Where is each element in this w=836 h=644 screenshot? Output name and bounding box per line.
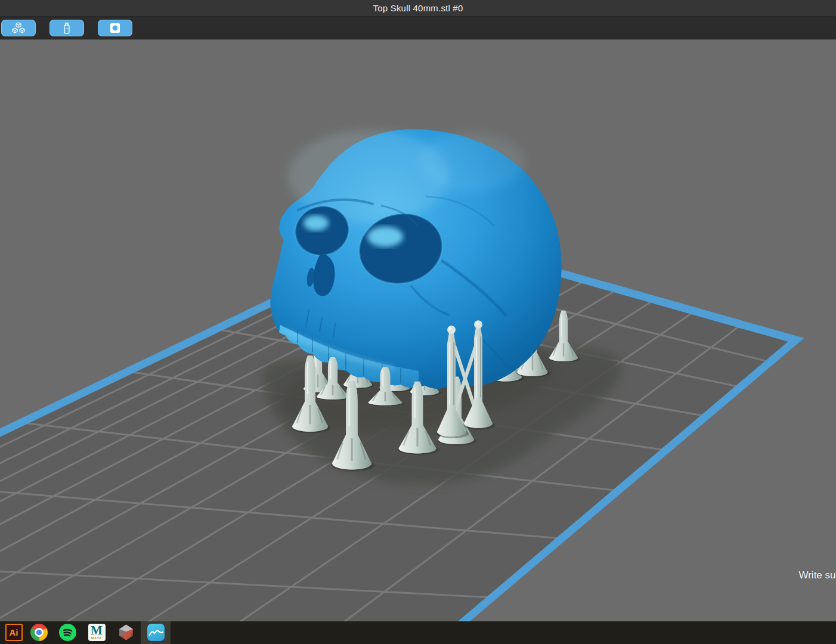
illustrator-icon: Ai [5,624,23,641]
taskbar-item-slicer-active[interactable] [141,621,171,644]
taskbar-item-chrome[interactable] [25,621,52,644]
add-model-button[interactable] [1,20,36,36]
plate-circle-icon [109,22,121,34]
taskbar-item-spotify[interactable] [54,621,81,644]
spotify-icon [59,624,76,641]
taskbar-item-polyhedron[interactable] [112,621,140,644]
taskbar-item-illustrator[interactable]: Ai [0,621,27,644]
polyhedron-icon [117,624,135,641]
viewport-canvas[interactable]: Write suc [0,40,836,621]
taskbar: Ai MMAYA [0,621,836,644]
resin-bottle-icon [61,21,72,35]
maya-icon: MMAYA [88,624,106,641]
toolbar [0,17,836,40]
scene-3d [0,40,836,621]
window-title: Top Skull 40mm.stl #0 [373,3,463,13]
skull-model[interactable] [271,129,562,389]
wave-icon [147,624,165,641]
chrome-icon [30,624,48,641]
build-plate-button[interactable] [98,20,132,36]
resin-button[interactable] [49,20,84,36]
taskbar-item-maya[interactable]: MMAYA [83,621,110,644]
status-text: Write suc [798,569,836,581]
title-bar: Top Skull 40mm.stl #0 [0,0,836,17]
cubes-icon [11,21,26,35]
